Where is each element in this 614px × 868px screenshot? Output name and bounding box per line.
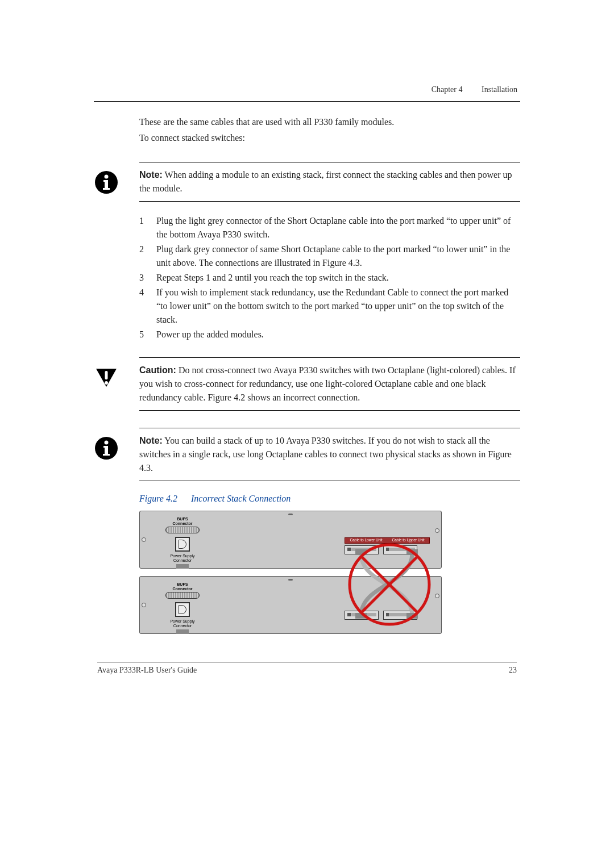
- caution-body: Caution: Do not cross-connect two Avaya …: [139, 357, 520, 411]
- caution-block: Caution: Do not cross-connect two Avaya …: [94, 357, 520, 411]
- switch-panel-top: BUPSConnector Power SupplyConnector Cabl…: [139, 511, 442, 569]
- page-header: Chapter 4 Installation: [94, 85, 520, 94]
- caution-text: Do not cross-connect two Avaya P330 swit…: [139, 365, 516, 402]
- port-area-bottom: xx: [345, 603, 430, 620]
- intro-line-1: These are the same cables that are used …: [139, 115, 520, 129]
- steps-list: 1 Plug the light grey connector of the S…: [139, 214, 520, 341]
- port-upper: [383, 545, 417, 554]
- step-2: 2 Plug dark grey connector of same Short…: [139, 243, 520, 270]
- step-4: 4 If you wish to implement stack redunda…: [139, 286, 520, 327]
- port-upper: [383, 611, 417, 620]
- intro-line-2: To connect stacked switches:: [139, 131, 520, 145]
- note-block-1: Note: When adding a module to an existin…: [94, 162, 520, 202]
- figure-4-2: BUPSConnector Power SupplyConnector Cabl…: [139, 511, 446, 641]
- caution-label: Caution:: [139, 365, 176, 375]
- footer-rule: [97, 662, 517, 662]
- svg-point-5: [105, 441, 109, 445]
- panel-left-bottom: BUPSConnector Power SupplyConnector: [154, 582, 211, 634]
- footer-page: 23: [509, 666, 517, 675]
- chapter-number: Chapter 4: [432, 85, 463, 94]
- info-icon: [94, 170, 119, 195]
- note-body-2: Note: You can build a stack of up to 10 …: [139, 428, 520, 481]
- info-icon: [94, 436, 119, 461]
- chapter-title: Installation: [482, 85, 517, 94]
- footer-guide: Avaya P333R-LB User's Guide: [97, 666, 197, 675]
- note-text: You can build a stack of up to 10 Avaya …: [139, 436, 512, 473]
- step-1: 1 Plug the light grey connector of the S…: [139, 214, 520, 241]
- figure-caption: Figure 4.2 Incorrect Stack Connection: [139, 494, 520, 504]
- figure-number: Figure 4.2: [139, 494, 177, 503]
- page-footer: Avaya P333R-LB User's Guide 23: [94, 666, 520, 675]
- step-5: 5 Power up the added modules.: [139, 328, 520, 341]
- note-block-2: Note: You can build a stack of up to 10 …: [94, 428, 520, 481]
- svg-rect-2: [105, 371, 108, 379]
- switch-panel-bottom: BUPSConnector Power SupplyConnector xx: [139, 576, 442, 634]
- note-label: Note:: [139, 170, 163, 180]
- port-area-top: Cable to Lower Unit Cable to Upper Unit: [345, 537, 430, 554]
- port-lower: [345, 611, 379, 620]
- svg-point-3: [105, 381, 108, 385]
- panel-left-top: BUPSConnector Power SupplyConnector: [154, 517, 211, 569]
- intro-text: These are the same cables that are used …: [139, 115, 520, 145]
- caution-icon: [94, 365, 119, 390]
- svg-point-1: [105, 175, 109, 179]
- note-label: Note:: [139, 436, 163, 445]
- note-body-1: Note: When adding a module to an existin…: [139, 162, 520, 202]
- step-3: 3 Repeat Steps 1 and 2 until you reach t…: [139, 271, 520, 285]
- figure-title: Incorrect Stack Connection: [191, 494, 291, 503]
- port-lower: [345, 545, 379, 554]
- note-text: When adding a module to an existing stac…: [139, 170, 512, 193]
- header-rule: [94, 101, 520, 102]
